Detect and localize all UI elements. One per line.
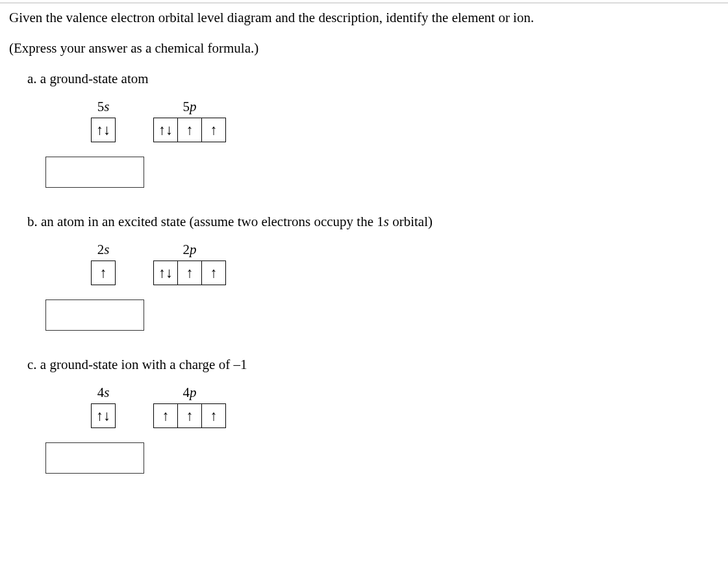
orbital-5s-boxes: ↑↓ bbox=[91, 118, 116, 142]
part-a: a. a ground-state atom 5s ↑↓ 5p ↑↓ ↑ ↑ bbox=[27, 71, 719, 188]
orbital-box: ↑ bbox=[177, 261, 201, 285]
part-b-orbitals: 2s ↑ 2p ↑↓ ↑ ↑ bbox=[91, 242, 719, 285]
question-intro-1: Given the valence electron orbital level… bbox=[9, 10, 719, 26]
orbital-box: ↑ bbox=[177, 404, 201, 427]
part-b: b. an atom in an excited state (assume t… bbox=[27, 214, 719, 331]
part-b-label: b. an atom in an excited state (assume t… bbox=[27, 214, 719, 230]
orbital-4p: 4p ↑ ↑ ↑ bbox=[153, 385, 226, 428]
part-a-orbitals: 5s ↑↓ 5p ↑↓ ↑ ↑ bbox=[91, 99, 719, 142]
orbital-4s-boxes: ↑↓ bbox=[91, 403, 116, 428]
answer-input-c[interactable] bbox=[45, 442, 144, 474]
question-content: Given the valence electron orbital level… bbox=[0, 10, 728, 509]
orbital-box: ↑↓ bbox=[154, 118, 177, 142]
orbital-box: ↑ bbox=[201, 118, 225, 142]
orbital-5s: 5s ↑↓ bbox=[91, 99, 116, 142]
orbital-box: ↑↓ bbox=[92, 404, 115, 427]
divider-top bbox=[0, 3, 728, 3]
orbital-2p: 2p ↑↓ ↑ ↑ bbox=[153, 242, 226, 285]
orbital-box: ↑ bbox=[154, 404, 177, 427]
orbital-4p-boxes: ↑ ↑ ↑ bbox=[153, 403, 226, 428]
orbital-box: ↑ bbox=[201, 261, 225, 285]
orbital-box: ↑ bbox=[201, 404, 225, 427]
orbital-box: ↑↓ bbox=[154, 261, 177, 285]
part-c: c. a ground-state ion with a charge of –… bbox=[27, 357, 719, 474]
orbital-4s: 4s ↑↓ bbox=[91, 385, 116, 428]
orbital-2s-boxes: ↑ bbox=[91, 261, 116, 285]
orbital-2p-boxes: ↑↓ ↑ ↑ bbox=[153, 261, 226, 285]
part-c-orbitals: 4s ↑↓ 4p ↑ ↑ ↑ bbox=[91, 385, 719, 428]
answer-input-b[interactable] bbox=[45, 299, 144, 331]
orbital-5p-boxes: ↑↓ ↑ ↑ bbox=[153, 118, 226, 142]
orbital-4s-label: 4s bbox=[97, 385, 110, 401]
question-intro-2: (Express your answer as a chemical formu… bbox=[9, 40, 719, 57]
orbital-2p-label: 2p bbox=[183, 242, 197, 258]
orbital-5p-label: 5p bbox=[183, 99, 197, 115]
orbital-box: ↑ bbox=[177, 118, 201, 142]
part-c-label: c. a ground-state ion with a charge of –… bbox=[27, 357, 719, 373]
orbital-box: ↑ bbox=[92, 261, 115, 285]
orbital-2s: 2s ↑ bbox=[91, 242, 116, 285]
orbital-5p: 5p ↑↓ ↑ ↑ bbox=[153, 99, 226, 142]
orbital-5s-label: 5s bbox=[97, 99, 110, 115]
part-a-label: a. a ground-state atom bbox=[27, 71, 719, 87]
orbital-box: ↑↓ bbox=[92, 118, 115, 142]
orbital-2s-label: 2s bbox=[97, 242, 110, 258]
answer-input-a[interactable] bbox=[45, 157, 144, 188]
orbital-4p-label: 4p bbox=[183, 385, 197, 401]
